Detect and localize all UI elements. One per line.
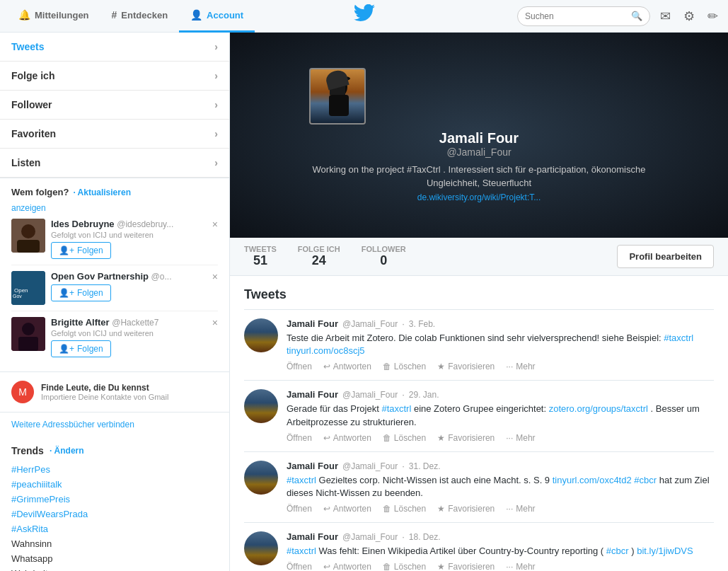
- gmail-text-block: Finde Leute, die Du kennst Importiere De…: [41, 383, 168, 401]
- close-icon[interactable]: ×: [212, 271, 218, 282]
- sidebar-favoriten-label: Favoriten: [11, 128, 56, 139]
- loeschen-action[interactable]: 🗑 Löschen: [383, 362, 426, 371]
- favorisieren-action[interactable]: ★ Favorisieren: [437, 562, 495, 571]
- antworten-action[interactable]: ↩ Antworten: [323, 562, 371, 571]
- offnen-action[interactable]: Öffnen: [287, 562, 312, 571]
- antworten-action[interactable]: ↩ Antworten: [323, 362, 371, 371]
- trend-item[interactable]: #GrimmePreis: [11, 492, 218, 507]
- wem-folgen-section: Wem folgen? · Aktualisieren anzeigen Ide…: [0, 178, 229, 372]
- search-input[interactable]: [525, 11, 631, 21]
- nav-account[interactable]: 👤 Account: [179, 0, 255, 33]
- sidebar-item-favoriten[interactable]: Favoriten ›: [0, 120, 229, 149]
- sidebar-tweets-label: Tweets: [11, 41, 44, 52]
- folgen-button[interactable]: 👤+ Folgen: [51, 284, 111, 301]
- favorisieren-action[interactable]: ★ Favorisieren: [437, 433, 495, 443]
- messages-icon[interactable]: ✉: [657, 6, 674, 27]
- sidebar-item-follower[interactable]: Follower ›: [0, 91, 229, 120]
- folgen-label: Folgen: [77, 288, 103, 298]
- loeschen-action[interactable]: 🗑 Löschen: [383, 562, 426, 571]
- folgen-button[interactable]: 👤+ Folgen: [51, 340, 111, 357]
- tweet-hashtag-link[interactable]: #taxctrl: [287, 546, 316, 556]
- sidebar-folge-ich-label: Folge ich: [11, 70, 54, 81]
- tweet-link[interactable]: bit.ly/1jiwDVS: [637, 546, 693, 556]
- tweet-item: Jamali Four @Jamali_Four · 31. Dez. #tax…: [244, 452, 714, 523]
- sidebar-listen-label: Listen: [11, 157, 40, 168]
- mehr-action[interactable]: ··· Mehr: [506, 362, 535, 371]
- search-icon[interactable]: 🔍: [631, 11, 642, 21]
- folgen-plus-icon: 👤+: [59, 246, 74, 255]
- tweet-header: Jamali Four @Jamali_Four · 18. Dez.: [287, 531, 714, 542]
- profil-bearbeiten-button[interactable]: Profil bearbeiten: [617, 245, 714, 268]
- chevron-icon: ›: [214, 128, 218, 139]
- tweet-text: #taxctrl Was fehlt: Einen Wikipedia Arti…: [287, 545, 714, 558]
- tweet-author-name: Jamali Four: [287, 461, 338, 471]
- stat-tweets: TWEETS 51: [244, 245, 277, 268]
- trend-item[interactable]: #HerrPes: [11, 462, 218, 477]
- tweet-link[interactable]: #taxctrl tinyurl.com/oc8scj5: [287, 333, 693, 356]
- close-icon[interactable]: ×: [212, 219, 218, 230]
- weitere-adressbuecher-link[interactable]: Weitere Adressbücher verbinden: [0, 413, 229, 437]
- wem-folgen-header: Wem folgen? · Aktualisieren: [11, 187, 218, 197]
- follower-stat-label: FOLLOWER: [362, 245, 406, 253]
- tweet-hashtag-link[interactable]: #taxctrl: [287, 475, 316, 485]
- bell-icon: 🔔: [18, 9, 30, 21]
- sidebar-item-tweets[interactable]: Tweets ›: [0, 33, 229, 62]
- favorisieren-action[interactable]: ★ Favorisieren: [437, 504, 495, 514]
- antworten-action[interactable]: ↩ Antworten: [323, 433, 371, 443]
- suggestion-item: Brigitte Alfter @Hackette7 Gefolgt von I…: [11, 311, 218, 363]
- tweet-hashtag-link[interactable]: #cbcr: [634, 475, 657, 485]
- offnen-action[interactable]: Öffnen: [287, 504, 312, 514]
- trends-section: Trends · Ändern #HerrPes #peachiiitalk #…: [0, 437, 229, 571]
- tweet-avatar: [244, 389, 278, 423]
- tweet-link[interactable]: tinyurl.com/oxc4td2: [553, 475, 632, 485]
- sidebar-item-listen[interactable]: Listen ›: [0, 149, 229, 178]
- wem-folgen-links: · Aktualisieren: [73, 188, 131, 197]
- nav-mitteilungen[interactable]: 🔔 Mitteilungen: [7, 0, 100, 33]
- nav-entdecken[interactable]: # Entdecken: [100, 0, 180, 33]
- tweet-hashtag-link[interactable]: #cbcr: [606, 546, 629, 556]
- profile-content: Jamali Four @Jamali_Four Working on the …: [309, 68, 649, 202]
- antworten-action[interactable]: ↩ Antworten: [323, 504, 371, 514]
- loeschen-action[interactable]: 🗑 Löschen: [383, 433, 426, 443]
- mehr-action[interactable]: ··· Mehr: [506, 504, 535, 514]
- close-icon[interactable]: ×: [212, 317, 218, 328]
- svg-point-12: [328, 76, 350, 81]
- trend-item[interactable]: #DevilWearsPrada: [11, 507, 218, 521]
- trend-item[interactable]: Wahnsinn: [11, 536, 218, 551]
- tweet-header: Jamali Four @Jamali_Four · 29. Jan.: [287, 389, 714, 400]
- svg-rect-2: [17, 240, 40, 253]
- tweets-section-title: Tweets: [244, 276, 714, 310]
- mehr-action[interactable]: ··· Mehr: [506, 433, 535, 443]
- profile-name: Jamali Four: [309, 130, 649, 146]
- top-navigation: 🔔 Mitteilungen # Entdecken 👤 Account 🔍 ✉…: [0, 0, 728, 33]
- trend-item[interactable]: Wahrheit: [11, 566, 218, 571]
- wem-folgen-title: Wem folgen?: [11, 187, 69, 197]
- sidebar-item-folge-ich[interactable]: Folge ich ›: [0, 62, 229, 91]
- mehr-action[interactable]: ··· Mehr: [506, 562, 535, 571]
- suggestion-username: @Hackette7: [112, 318, 158, 328]
- settings-icon[interactable]: ⚙: [681, 6, 698, 27]
- offnen-action[interactable]: Öffnen: [287, 362, 312, 371]
- loeschen-action[interactable]: 🗑 Löschen: [383, 504, 426, 514]
- svg-rect-13: [332, 76, 346, 86]
- trend-item[interactable]: #peachiiitalk: [11, 477, 218, 492]
- tweet-link[interactable]: zotero.org/groups/taxctrl: [549, 403, 648, 414]
- offnen-action[interactable]: Öffnen: [287, 433, 312, 443]
- svg-point-7: [22, 323, 35, 335]
- search-box[interactable]: 🔍: [517, 6, 650, 26]
- favorisieren-action[interactable]: ★ Favorisieren: [437, 362, 495, 371]
- alle-anzeigen-link[interactable]: anzeigen: [11, 203, 218, 213]
- nav-mitteilungen-label: Mitteilungen: [35, 10, 89, 21]
- trend-item[interactable]: #AskRita: [11, 521, 218, 536]
- compose-icon[interactable]: ✏: [705, 6, 721, 27]
- suggestion-header: Ides Debruyne @idesdebruy...: [51, 219, 218, 229]
- tweet-hashtag-link[interactable]: #taxctrl: [381, 403, 411, 414]
- trends-aendern-link[interactable]: · Ändern: [50, 446, 84, 456]
- trend-item[interactable]: Whatsapp: [11, 551, 218, 566]
- folge-ich-stat-label: FOLGE ICH: [298, 245, 340, 253]
- suggestion-name: Brigitte Alfter: [51, 317, 110, 328]
- tweet-actions: Öffnen ↩ Antworten 🗑 Löschen ★ Favorisie…: [287, 562, 714, 571]
- tweet-actions: Öffnen ↩ Antworten 🗑 Löschen ★ Favorisie…: [287, 433, 714, 443]
- folgen-button[interactable]: 👤+ Folgen: [51, 242, 111, 259]
- aktualisieren-link[interactable]: · Aktualisieren: [73, 188, 131, 197]
